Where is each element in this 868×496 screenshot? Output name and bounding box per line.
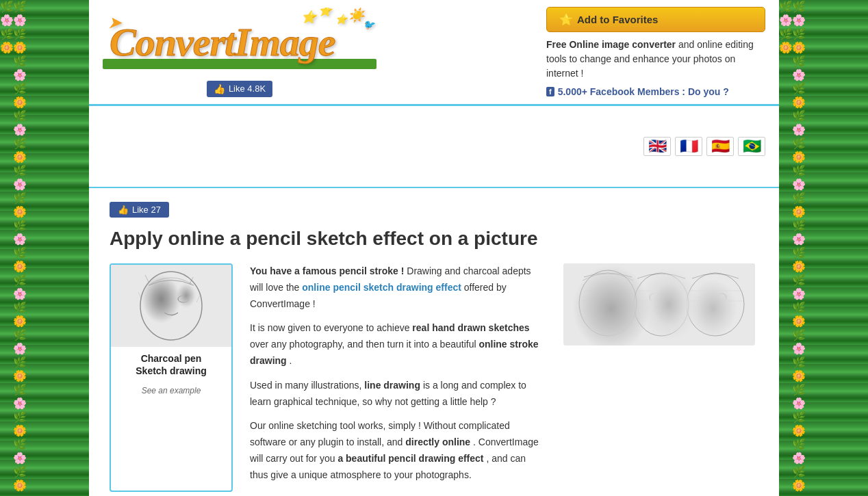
page-like-button[interactable]: 👍 Like 27 xyxy=(110,202,169,218)
header: ConvertImage ⭐ ⭐ ⭐ ☀️ 🐦 ➤ 👍 xyxy=(89,0,779,106)
flag-english[interactable]: 🇬🇧 xyxy=(643,137,671,156)
sketch-photo-container xyxy=(563,263,758,492)
add-to-favorites-button[interactable]: ⭐ Add to Favorites xyxy=(546,7,765,32)
facebook-icon: f xyxy=(546,87,554,96)
header-right: ⭐ Add to Favorites Free Online image con… xyxy=(546,7,765,97)
svg-text:🐦: 🐦 xyxy=(362,19,376,31)
content-area: 👍 Like 27 Apply online a pencil sketch e… xyxy=(89,188,779,496)
para3-start: Used in many illustrations, xyxy=(250,380,364,391)
para2-mid: over any photography, and then turn it i… xyxy=(250,339,478,350)
svg-line-14 xyxy=(138,292,142,299)
para3-bold: line drawing xyxy=(364,380,420,391)
svg-line-13 xyxy=(190,277,193,284)
para4-start: Our online sketching tool works, simply … xyxy=(250,420,510,447)
sketch-photo xyxy=(563,263,755,345)
sketch-example-box: Charcoal pen Sketch drawing See an examp… xyxy=(110,263,233,492)
page-title: Apply online a pencil sketch effect on a… xyxy=(110,228,758,250)
svg-rect-16 xyxy=(563,263,755,345)
para1-link[interactable]: online pencil sketch drawing effect xyxy=(302,282,461,293)
svg-point-10 xyxy=(153,296,164,302)
para-3: Used in many illustrations, line drawing… xyxy=(250,378,546,410)
para-2: It is now given to everyone to achieve r… xyxy=(250,320,546,369)
header-like-badge[interactable]: 👍 Like 4.8K xyxy=(207,81,272,97)
nav-area: 🇬🇧 🇫🇷 🇪🇸 🇧🇷 xyxy=(89,106,779,188)
svg-point-18 xyxy=(597,292,605,300)
grass-left xyxy=(0,0,89,496)
para-1: You have a famous pencil stroke ! Drawin… xyxy=(250,263,546,312)
flag-french[interactable]: 🇫🇷 xyxy=(675,137,702,156)
like-bar: 👍 Like 27 xyxy=(110,202,758,218)
header-like-count: Like 4.8K xyxy=(229,83,266,94)
svg-rect-8 xyxy=(111,265,231,347)
para-4: Our online sketching tool works, simply … xyxy=(250,418,546,483)
thumb-icon: 👍 xyxy=(214,83,225,94)
para2-end: . xyxy=(290,355,292,366)
header-description: Free Online image converter and online e… xyxy=(546,38,765,81)
para2-start: It is now given to everyone to achieve xyxy=(250,322,412,333)
sketch-caption-line2: Sketch drawing xyxy=(136,365,206,376)
svg-point-24 xyxy=(704,293,712,302)
site-logo[interactable]: ConvertImage ⭐ ⭐ ⭐ ☀️ 🐦 ➤ xyxy=(103,38,376,77)
svg-point-20 xyxy=(634,273,689,336)
svg-line-12 xyxy=(145,275,149,282)
main-wrapper: ConvertImage ⭐ ⭐ ⭐ ☀️ 🐦 ➤ 👍 xyxy=(89,0,779,496)
sketch-caption: Charcoal pen Sketch drawing xyxy=(129,347,213,382)
thumb-icon-2: 👍 xyxy=(118,205,129,215)
description-text: You have a famous pencil stroke ! Drawin… xyxy=(250,263,546,492)
add-to-fav-label: Add to Favorites xyxy=(577,14,658,25)
para4-bold: directly online xyxy=(405,436,470,447)
sketch-caption-line1: Charcoal pen xyxy=(141,353,202,364)
para4-bold2: a beautiful pencil drawing effect xyxy=(337,453,483,464)
svg-line-15 xyxy=(196,296,200,302)
content-row: Charcoal pen Sketch drawing See an examp… xyxy=(110,263,758,492)
svg-text:ConvertImage: ConvertImage xyxy=(110,20,335,64)
para2-bold: real hand drawn sketches xyxy=(412,322,529,333)
sketch-image xyxy=(111,265,231,347)
flag-spanish[interactable]: 🇪🇸 xyxy=(706,137,734,156)
see-example-link[interactable]: See an example xyxy=(142,382,201,401)
para1-bold-start: You have a famous pencil stroke ! xyxy=(250,265,404,276)
page-like-count: Like 27 xyxy=(132,205,161,215)
star-icon: ⭐ xyxy=(559,13,573,26)
logo-area: ConvertImage ⭐ ⭐ ⭐ ☀️ 🐦 ➤ 👍 xyxy=(103,8,376,97)
svg-point-9 xyxy=(140,272,202,340)
flag-brazilian[interactable]: 🇧🇷 xyxy=(738,137,765,156)
svg-point-23 xyxy=(687,273,744,336)
svg-point-25 xyxy=(718,293,726,302)
fb-text: 5.000+ Facebook Members : Do you ? xyxy=(558,86,729,97)
svg-point-22 xyxy=(664,293,672,302)
facebook-link[interactable]: f 5.000+ Facebook Members : Do you ? xyxy=(546,86,765,97)
grass-right xyxy=(779,0,868,496)
language-flags: 🇬🇧 🇫🇷 🇪🇸 🇧🇷 xyxy=(643,137,765,156)
svg-point-11 xyxy=(178,296,189,302)
svg-text:⭐: ⭐ xyxy=(318,8,335,17)
svg-point-21 xyxy=(650,293,658,302)
svg-point-19 xyxy=(611,292,619,300)
svg-point-17 xyxy=(579,270,637,336)
header-desc-bold: Free Online image converter xyxy=(546,39,676,50)
